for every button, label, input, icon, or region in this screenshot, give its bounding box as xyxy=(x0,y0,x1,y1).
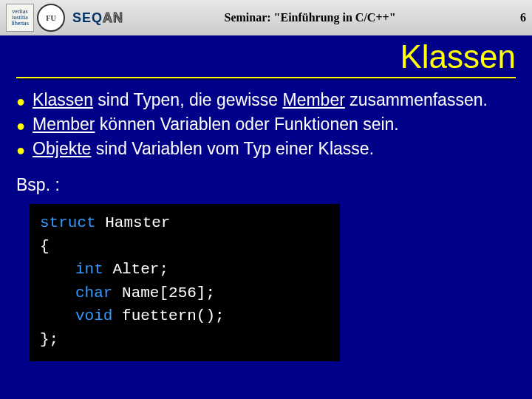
seqan-logo-seq: SEQ xyxy=(72,10,103,25)
bullet-text: Objekte sind Variablen vom Typ einer Kla… xyxy=(33,137,516,160)
bullet-icon: ● xyxy=(16,92,25,112)
fu-logo: FU xyxy=(37,4,65,32)
code-line: struct Hamster xyxy=(40,211,330,235)
bullet-icon: ● xyxy=(16,140,25,160)
code-line: }; xyxy=(40,328,330,352)
page-number: 6 xyxy=(497,11,526,24)
code-block: struct Hamster { int Alter; char Name[25… xyxy=(30,204,340,361)
title-underline xyxy=(16,77,516,78)
logo-group: veritas iustitia libertas FU SEQAN xyxy=(0,0,123,35)
bullet-icon: ● xyxy=(16,116,25,136)
bullet-item: ● Member können Variablen oder Funktione… xyxy=(16,113,516,136)
bullet-text: Klassen sind Typen, die gewisse Member z… xyxy=(33,89,516,112)
code-line: int Alter; xyxy=(40,258,330,282)
university-seal-logo: veritas iustitia libertas xyxy=(6,4,34,32)
code-line: { xyxy=(40,235,330,259)
slide-title: Klassen xyxy=(0,35,532,75)
seqan-logo: SEQAN xyxy=(72,10,123,26)
seqan-logo-an: AN xyxy=(103,10,123,25)
example-label: Bsp. : xyxy=(16,174,516,197)
bullet-item: ● Klassen sind Typen, die gewisse Member… xyxy=(16,89,516,112)
bullet-item: ● Objekte sind Variablen vom Typ einer K… xyxy=(16,137,516,160)
code-line: char Name[256]; xyxy=(40,282,330,305)
header-bar: veritas iustitia libertas FU SEQAN Semin… xyxy=(0,0,532,35)
seminar-title: Seminar: "Einführung in C/C++" xyxy=(123,11,497,24)
bullet-text: Member können Variablen oder Funktionen … xyxy=(33,113,516,136)
content-area: ● Klassen sind Typen, die gewisse Member… xyxy=(0,89,532,361)
code-line: void fuettern(); xyxy=(40,304,330,328)
